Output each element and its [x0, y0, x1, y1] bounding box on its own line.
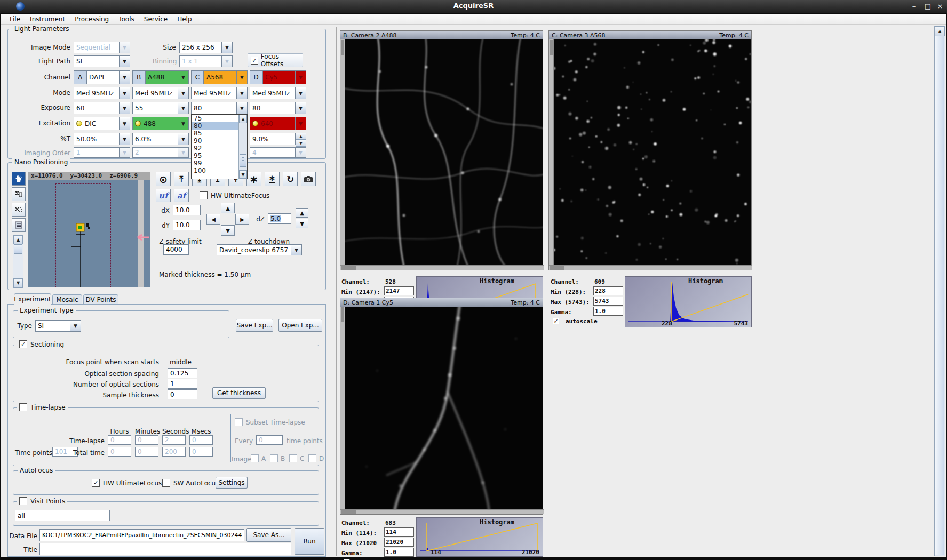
- center-stage-button[interactable]: ⊙: [156, 172, 171, 186]
- dropdown-option[interactable]: 75: [192, 115, 239, 122]
- gamma-input[interactable]: 1.0: [593, 307, 623, 316]
- gamma-input[interactable]: 1.0: [384, 548, 414, 557]
- timelapse-toggle[interactable]: ✓ Time-lapse: [17, 403, 68, 411]
- focus-offsets-toggle[interactable]: ✓ Focus Offsets: [248, 53, 303, 67]
- dz-input[interactable]: 5.0: [268, 213, 291, 224]
- scroll-up-icon[interactable]: ▲: [239, 115, 247, 123]
- save-as-button[interactable]: Save As...: [246, 528, 291, 542]
- autofocus-hw-checkbox[interactable]: ✓: [92, 479, 100, 487]
- channel-c-dye-select[interactable]: A568 ▼: [204, 70, 248, 84]
- excitation-b-select[interactable]: 488 ▼: [132, 117, 189, 130]
- mark-point-button[interactable]: ∗: [246, 172, 261, 186]
- save-exp-button[interactable]: Save Exp...: [236, 319, 273, 332]
- get-thickness-button[interactable]: Get thickness: [212, 387, 266, 399]
- max-input[interactable]: 21020: [384, 538, 414, 547]
- camera-b-vscrollbar[interactable]: [340, 39, 345, 265]
- jog-right-button[interactable]: ▶: [235, 214, 249, 225]
- exposure-a-combo[interactable]: 60▼: [74, 102, 130, 114]
- autoscale-checkbox[interactable]: ✓: [553, 318, 559, 324]
- camera-c-vscrollbar[interactable]: [549, 39, 554, 265]
- refresh-stage-button[interactable]: ↻: [283, 172, 298, 186]
- menu-file[interactable]: File: [5, 15, 25, 23]
- dropdown-option-selected[interactable]: 80: [192, 122, 239, 130]
- scrollbar-thumb[interactable]: [14, 244, 22, 254]
- exposure-b-combo[interactable]: 55▼: [132, 102, 189, 114]
- dy-input[interactable]: [173, 220, 201, 230]
- main-vscrollbar[interactable]: ▲: [934, 26, 945, 556]
- maximize-button[interactable]: □: [923, 2, 933, 10]
- visit-points-toggle[interactable]: ✓ Visit Points: [17, 497, 67, 505]
- mode-a-select[interactable]: Med 95MHz▼: [74, 87, 130, 99]
- exposure-d-combo[interactable]: 80▼: [250, 102, 306, 114]
- map-zoom-scrollbar[interactable]: ▲ ▼: [13, 235, 23, 288]
- run-button[interactable]: Run: [295, 528, 324, 555]
- menu-tools[interactable]: Tools: [114, 15, 139, 23]
- pt-d-field[interactable]: 9.0%: [250, 133, 296, 145]
- scroll-up-icon[interactable]: ▲: [13, 235, 23, 244]
- scrollbar-thumb[interactable]: [341, 40, 344, 55]
- tab-mosaic[interactable]: Mosaic: [52, 294, 82, 305]
- dz-up-button[interactable]: ▲: [296, 208, 308, 218]
- tab-experiment[interactable]: Experiment: [14, 293, 51, 305]
- mode-b-select[interactable]: Med 95MHz▼: [132, 87, 189, 99]
- sectioning-toggle[interactable]: ✓ Sectioning: [17, 340, 66, 348]
- channel-b-dye-select[interactable]: A488 ▼: [145, 70, 189, 84]
- autofocus-settings-button[interactable]: Settings: [216, 477, 248, 489]
- focus-offsets-checkbox[interactable]: ✓: [251, 57, 258, 65]
- visit-points-input[interactable]: [15, 510, 110, 521]
- scrollbar-thumb[interactable]: [935, 36, 944, 555]
- mark-point-low-button[interactable]: ∗: [265, 172, 280, 186]
- pt-d-spinner[interactable]: ▲ ▼: [296, 133, 306, 145]
- scrollbar-thumb[interactable]: [341, 307, 344, 322]
- dropdown-option[interactable]: 92: [192, 145, 239, 152]
- pan-tool-button[interactable]: [12, 172, 26, 186]
- scrollbar-thumb[interactable]: [240, 154, 246, 167]
- delete-point-button[interactable]: [12, 187, 26, 201]
- open-exp-button[interactable]: Open Exp...: [278, 319, 322, 332]
- pt-a-select[interactable]: 50.0%▼: [74, 133, 130, 145]
- camera-c-image[interactable]: [554, 39, 751, 265]
- scrollbar-thumb[interactable]: [341, 510, 356, 514]
- exposure-c-combo[interactable]: 80▼: [191, 102, 248, 114]
- dropdown-option[interactable]: 85: [192, 130, 239, 137]
- camera-d-vscrollbar[interactable]: [340, 307, 345, 509]
- pt-b-select[interactable]: 6.0%▼: [132, 133, 189, 145]
- sectioning-checkbox[interactable]: ✓: [19, 340, 27, 348]
- mode-c-select[interactable]: Med 95MHz▼: [191, 87, 248, 99]
- snapshot-button[interactable]: [301, 172, 316, 186]
- timelapse-checkbox[interactable]: ✓: [19, 403, 27, 411]
- dropdown-option[interactable]: 95: [192, 152, 239, 159]
- dropdown-scrollbar[interactable]: ▲ ▼: [238, 115, 247, 179]
- size-select[interactable]: 256 x 256 ▼: [179, 42, 233, 53]
- scroll-down-icon[interactable]: ▼: [239, 170, 247, 179]
- uf-button[interactable]: uf: [156, 189, 171, 202]
- camera-c-hscrollbar[interactable]: [549, 265, 752, 270]
- exposure-dropdown-list[interactable]: 75 80 85 90 92 95 99 100 ▲ ▼: [191, 114, 248, 179]
- delete-points-button[interactable]: [12, 203, 26, 217]
- jog-up-button[interactable]: ▲: [221, 203, 235, 213]
- dropdown-option[interactable]: 90: [192, 137, 239, 145]
- nano-hw-ultimatefocus[interactable]: ✓ HW UltimateFocus: [200, 191, 269, 199]
- camera-b-hscrollbar[interactable]: [340, 265, 544, 270]
- scroll-down-icon[interactable]: ▼: [13, 278, 23, 287]
- visit-points-checkbox[interactable]: ✓: [19, 497, 27, 505]
- z-safety-input[interactable]: [163, 244, 189, 255]
- max-input[interactable]: 5743: [593, 297, 623, 306]
- autofocus-sw-checkbox[interactable]: ✓: [162, 479, 170, 487]
- dropdown-option[interactable]: 100: [192, 167, 239, 174]
- excitation-a-select[interactable]: DIC ▼: [74, 117, 130, 130]
- dz-down-button[interactable]: ▼: [296, 219, 308, 228]
- sample-thickness-input[interactable]: [168, 389, 197, 399]
- jog-left-button[interactable]: ◀: [206, 214, 220, 225]
- z-touchdown-select[interactable]: David_coverslip 6757 ▼: [217, 244, 302, 255]
- point-list-button[interactable]: [12, 218, 26, 232]
- autofocus-hw-toggle[interactable]: ✓ HW UltimateFocus: [92, 479, 162, 487]
- title-input[interactable]: [39, 543, 291, 555]
- camera-d-image[interactable]: [345, 307, 543, 509]
- menu-instrument[interactable]: Instrument: [26, 15, 69, 23]
- scrollbar-thumb[interactable]: [550, 40, 553, 55]
- dropdown-option[interactable]: 99: [192, 159, 239, 167]
- jog-down-button[interactable]: ▼: [221, 225, 235, 236]
- af-button[interactable]: af: [174, 189, 189, 202]
- camera-b-image[interactable]: [345, 39, 543, 265]
